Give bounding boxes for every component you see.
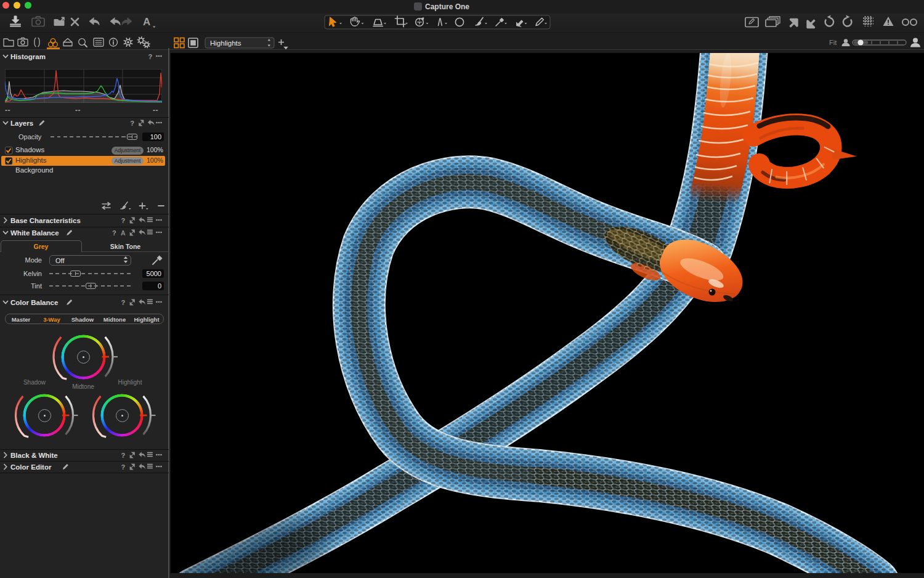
svg-text:A: A	[143, 16, 150, 28]
svg-text:Base Characteristics: Base Characteristics	[10, 217, 81, 224]
svg-text:Color Balance: Color Balance	[10, 299, 58, 306]
svg-text:?: ?	[121, 299, 126, 306]
svg-text:Color Editor: Color Editor	[10, 463, 52, 471]
svg-text:Histogram: Histogram	[10, 53, 46, 60]
svg-text:?: ?	[121, 463, 126, 471]
svg-text:?: ?	[112, 229, 116, 237]
svg-text:Layers: Layers	[10, 120, 33, 127]
svg-text:Black & White: Black & White	[10, 452, 58, 459]
svg-text:?: ?	[148, 53, 152, 60]
svg-text:?: ?	[121, 217, 126, 224]
svg-text:?: ?	[130, 120, 134, 127]
svg-text:Highlights: Highlights	[210, 39, 241, 47]
svg-text:?: ?	[121, 452, 126, 459]
svg-text:Fit: Fit	[829, 39, 837, 46]
svg-text:A: A	[121, 229, 126, 237]
svg-text:White Balance: White Balance	[10, 229, 59, 237]
